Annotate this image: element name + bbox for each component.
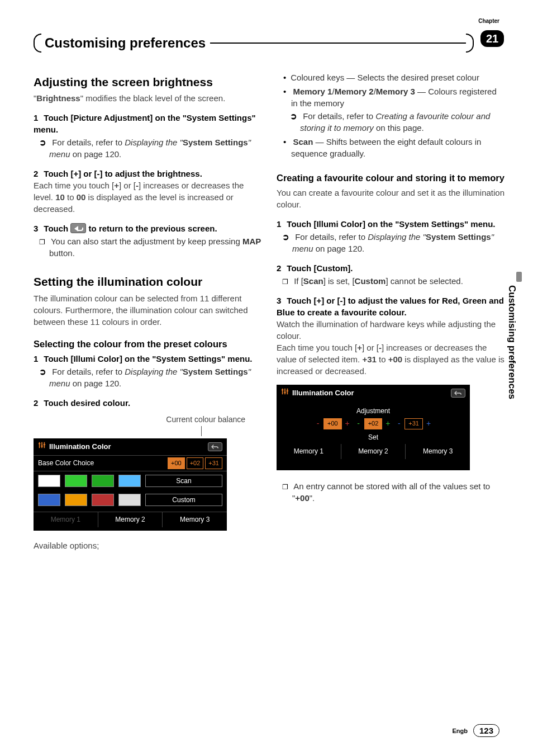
page-number: 123 xyxy=(473,724,499,737)
colour-swatch[interactable] xyxy=(38,475,60,487)
create-step-2: 2Touch [Custom]. xyxy=(277,262,505,274)
available-options: Available options; xyxy=(34,540,262,551)
option-coloured-keys: Coloured keys — Selects the desired pres… xyxy=(291,72,505,83)
svg-rect-0 xyxy=(39,442,40,448)
brightness-intro: "Brightness" modifies the black level of… xyxy=(34,92,262,104)
memory-1-button[interactable]: Memory 1 xyxy=(34,512,98,527)
custom-button[interactable]: Custom xyxy=(145,494,222,506)
svg-rect-3 xyxy=(39,443,41,445)
create-step-1: 1Touch [Illumi Color] on the "System Set… xyxy=(277,218,505,230)
memory-2-button[interactable]: Memory 2 xyxy=(341,444,406,459)
minus-button[interactable]: - xyxy=(355,418,363,429)
back-icon xyxy=(70,223,86,233)
blue-value: +31 xyxy=(404,418,423,429)
create-step-1-ref: For details, refer to Displaying the "Sy… xyxy=(292,231,505,254)
create-step-3-body2: Each time you touch [+] or [-] increases… xyxy=(277,342,505,377)
back-icon[interactable] xyxy=(451,389,465,398)
page-title: Customising preferences xyxy=(45,35,206,51)
footer: Engb 123 xyxy=(452,724,499,737)
colour-swatch[interactable] xyxy=(65,475,87,487)
footer-lang: Engb xyxy=(452,727,468,734)
page-header: Customising preferences xyxy=(34,34,505,53)
option-scan: Scan — Shifts between the eight default … xyxy=(291,136,505,159)
create-step-3: 3Touch [+] or [-] to adjust the values f… xyxy=(277,295,505,318)
side-tab-marker xyxy=(516,272,522,282)
svg-rect-5 xyxy=(44,445,46,446)
screenshot-adjustment: Illumination Color Adjustment -+00+ -+02… xyxy=(277,385,470,470)
red-value: +00 xyxy=(323,418,342,429)
memory-1-button[interactable]: Memory 1 xyxy=(277,444,341,459)
plus-button[interactable]: + xyxy=(344,418,351,429)
brightness-step-2: 2Touch [+] or [-] to adjust the brightne… xyxy=(34,168,262,179)
colour-swatch[interactable] xyxy=(38,494,60,506)
screenshot-title: Illumination Color xyxy=(292,388,354,398)
base-color-label: Base Color Choice xyxy=(38,459,166,468)
heading-create-colour: Creating a favourite colour and storing … xyxy=(277,172,505,185)
heading-illumination: Setting the illumination colour xyxy=(34,273,262,290)
back-icon[interactable] xyxy=(208,442,222,451)
scan-button[interactable]: Scan xyxy=(145,475,222,487)
create-intro: You can create a favourite colour and se… xyxy=(277,187,505,210)
colour-swatch[interactable] xyxy=(65,494,87,506)
select-step-2: 2Touch desired colour. xyxy=(34,397,262,409)
screenshot-base-color: Illumination Color Base Color Choice +00… xyxy=(34,438,227,530)
minus-button[interactable]: - xyxy=(395,418,403,429)
memory-3-button[interactable]: Memory 3 xyxy=(163,512,227,527)
brightness-step-1: 1Touch [Picture Adjustment] on the "Syst… xyxy=(34,112,262,135)
svg-rect-4 xyxy=(41,446,43,447)
create-step-3-body1: Watch the illumination of hardware keys … xyxy=(277,318,505,342)
colour-swatch[interactable] xyxy=(92,494,114,506)
adjustment-label: Adjustment xyxy=(277,407,470,416)
memory-3-button[interactable]: Memory 3 xyxy=(406,444,470,459)
heading-brightness: Adjusting the screen brightness xyxy=(34,74,262,90)
brightness-step-1-ref: For details, refer to Displaying the "Sy… xyxy=(49,136,262,160)
screenshot-title: Illumination Color xyxy=(49,442,111,452)
heading-select-colour: Selecting the colour from the preset col… xyxy=(34,338,262,351)
svg-rect-10 xyxy=(284,392,286,393)
side-tab: Customising preferences xyxy=(506,285,517,399)
option-memory: Memory 1/Memory 2/Memory 3 — Colours reg… xyxy=(291,86,505,109)
plus-button[interactable]: + xyxy=(384,418,392,429)
green-value: +02 xyxy=(364,418,383,429)
option-memory-ref: For details, refer to Creating a favouri… xyxy=(300,110,505,134)
svg-rect-6 xyxy=(282,389,283,395)
svg-rect-9 xyxy=(282,390,284,391)
chapter-label: Chapter xyxy=(478,18,499,24)
sliders-icon xyxy=(38,441,46,452)
sliders-icon xyxy=(281,388,289,398)
minus-button[interactable]: - xyxy=(314,418,322,429)
value-g: +02 xyxy=(187,457,204,469)
colour-swatch[interactable] xyxy=(118,494,141,506)
svg-rect-7 xyxy=(284,389,285,395)
caption-current-balance: Current colour balance xyxy=(34,414,245,426)
select-step-1-ref: For details, refer to Displaying the "Sy… xyxy=(49,366,262,389)
select-step-1: 1Touch [Illumi Color] on the "System Set… xyxy=(34,353,262,365)
svg-rect-11 xyxy=(287,390,289,391)
brightness-step-3: 3Touch to return to the previous screen. xyxy=(34,223,262,234)
set-label: Set xyxy=(277,433,470,442)
plus-button[interactable]: + xyxy=(425,418,432,429)
chapter-badge: 21 xyxy=(480,30,504,47)
create-step-2-note: If [Scan] is set, [Custom] cannot be sel… xyxy=(292,275,505,287)
memory-2-button[interactable]: Memory 2 xyxy=(98,512,163,527)
value-b: +31 xyxy=(205,457,222,469)
colour-swatch[interactable] xyxy=(92,475,114,487)
illumination-intro: The illumination colour can be selected … xyxy=(34,292,262,328)
create-note: An entry cannot be stored with all of th… xyxy=(292,480,505,504)
brightness-step-3-note: You can also start the adjustment by kee… xyxy=(49,235,262,259)
brightness-step-2-body: Each time you touch [+] or [-] increases… xyxy=(34,179,262,215)
colour-swatch[interactable] xyxy=(118,475,141,487)
svg-rect-1 xyxy=(41,442,42,448)
value-r: +00 xyxy=(168,457,185,469)
